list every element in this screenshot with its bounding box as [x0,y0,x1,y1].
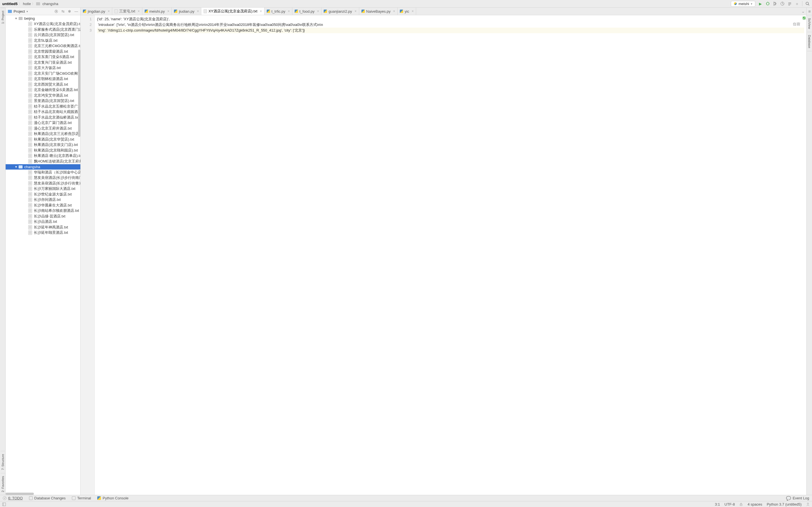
close-icon[interactable]: × [167,9,169,13]
python-interpreter[interactable]: Python 3.7 (untitled5) [767,502,802,506]
editor-tab[interactable]: 三里屯.txt× [112,8,142,15]
attach-icon[interactable] [788,1,792,6]
tree-file[interactable]: 秋果酒店·瞻云(北京西单店).txt [6,153,80,159]
tree-file[interactable]: 长沙品酒店.txt [6,219,80,225]
tree-file[interactable]: 北京朝林松源酒店.txt [6,76,80,82]
editor-tab[interactable]: NaiveBayes.py× [359,8,398,15]
tree-file[interactable]: 桔子水晶北京酒仙桥酒店.txt [6,115,80,120]
tree-folder-changsha[interactable]: ▼changsha [6,164,80,170]
tree-file[interactable]: 北京鸿安艾华酒店.txt [6,93,80,98]
caret-position[interactable]: 3:1 [715,502,720,506]
tree-file[interactable]: 长沙世纪金源大饭店.txt [6,191,80,197]
editor-tab[interactable]: t_trfic.py× [264,8,292,15]
close-icon[interactable]: × [288,9,290,13]
tree-file[interactable]: 北京东直门亚朵S酒店.txt [6,54,80,60]
sciview-tool-button[interactable]: SciView [807,15,812,32]
tree-folder-beijing[interactable]: ▼beijing [6,16,80,21]
favorites-tool-button[interactable]: 2: Favorites [1,473,5,495]
chevron-down-icon[interactable]: ▾ [27,10,28,13]
close-icon[interactable]: × [138,9,140,13]
debug-icon[interactable] [765,1,770,6]
tree-file[interactable]: 长沙延年神禹酒店.txt [6,224,80,230]
project-tool-button[interactable]: 1: Project [1,8,5,26]
breadcrumb-root[interactable]: untitled5 [2,2,17,6]
tree-file[interactable]: 乐家服务式酒店(北京西直门店).txt [6,27,80,33]
close-icon[interactable]: × [393,9,395,13]
tree-file[interactable]: 长沙万家丽国际大酒店.txt [6,186,80,192]
tree-file[interactable]: 秋果酒店(北京三元桥燕莎店).txt [6,131,80,137]
tree-file[interactable]: 慧友美宿酒店(长沙步行街南门口地铁站店).txt [6,175,80,181]
grid-icon[interactable]: ⊞ [808,10,811,13]
terminal-tool-button[interactable]: Terminal [72,496,91,500]
tree-file[interactable]: 云川酒店(北京国贸店).txt [6,33,80,38]
gear-icon[interactable]: ✻ [68,9,71,13]
tree-file[interactable]: 长沙亦间酒店.txt [6,197,80,203]
editor-tab[interactable]: XY酒店公寓(北京金茂府店).txt× [201,8,264,15]
editor-tab[interactable]: jiudian.py× [172,8,201,15]
tree-file[interactable]: 桔子水晶北京南站大观园酒店.txt [6,109,80,115]
tree-file[interactable]: 北京复兴门亚朵酒店.txt [6,60,80,65]
editor[interactable]: 123 {'id': 25, 'name': 'XY酒店公寓(北京金茂府店)',… [81,15,806,495]
tree-file[interactable]: 北京金融街亚朵S吴酒店.txt [6,87,80,93]
tree-file[interactable]: 慧友美宿酒店(长沙步行街黄兴广场店).txt [6,180,80,186]
close-icon[interactable]: × [108,9,110,13]
horizontal-scrollbar-thumb[interactable] [6,493,34,495]
event-log-tool-button[interactable]: 💬 Event Log [786,496,809,501]
run-coverage-icon[interactable] [773,1,777,6]
tree-file[interactable]: 桔子水晶北京五棵松京荟广场酒店.txt [6,104,80,109]
tree-file[interactable]: 长沙品缦·芸酒店.txt [6,214,80,219]
collapse-icon[interactable]: ⇆ [61,9,64,13]
profile-icon[interactable] [780,1,784,6]
python-console-tool-button[interactable]: Python Console [97,496,129,500]
db-changes-tool-button[interactable]: Database Changes [29,496,66,500]
locate-icon[interactable]: ⦿ [54,9,58,13]
tree-file[interactable]: 长沙南站希尔顿欢朋酒店.txt [6,208,80,214]
inspection-indicator-icon[interactable] [802,16,806,20]
tree-file[interactable]: 秋果酒店(北京颐和园店).txt [6,148,80,153]
project-tree[interactable]: ▼beijingXY酒店公寓(北京金茂府店).txt乐家服务式酒店(北京西直门店… [6,15,80,495]
run-icon[interactable]: ▶ [758,1,763,6]
tree-file[interactable]: 北京三元桥CitiGO欢阁酒店.txt [6,43,80,49]
hector-icon[interactable] [806,503,810,506]
tree-file[interactable]: 秋果酒店(北京崇文门店).txt [6,142,80,148]
editor-tab[interactable]: t_food.py× [292,8,322,15]
indent-settings[interactable]: 4 spaces [748,502,762,506]
tree-file[interactable]: 北京世园璞燊酒店.txt [6,49,80,54]
tool-windows-icon[interactable] [2,503,6,506]
tabs-overflow[interactable]: ⌄ [800,8,806,15]
tree-file[interactable]: 漫心北京王府井酒店.txt [6,126,80,131]
tree-file[interactable]: 长沙延年颐景酒店.txt [6,230,80,236]
tree-file[interactable]: 华瑞和酒店（长沙国金中心店）.txt [6,170,80,175]
tree-file[interactable]: 北京天安门广场CitiGO欢阁酒店.txt [6,71,80,76]
tree-file[interactable]: 景里酒店(北京国贸店).txt [6,98,80,104]
editor-tab[interactable]: guanjianzi2.py× [321,8,359,15]
tree-file[interactable]: XY酒店公寓(北京金茂府店).txt [6,21,80,27]
todo-tool-button[interactable]: ✓ 6: TODO [3,496,23,500]
breadcrumb-item[interactable]: hotle [23,2,31,6]
editor-tab[interactable]: meishi.py× [142,8,172,15]
close-icon[interactable]: × [317,9,319,13]
tree-file[interactable]: 秋果酒店(北京华贸店).txt [6,136,80,142]
tree-file[interactable]: 北京大方饭店.txt [6,65,80,71]
run-configuration-select[interactable]: meishi ▾ [731,1,755,7]
scrollbar-thumb[interactable] [78,50,80,137]
code-area[interactable]: {'id': 25, 'name': 'XY酒店公寓(北京金茂府店)', 'in… [95,15,806,495]
file-encoding[interactable]: UTF-8 [725,502,735,506]
database-tool-button[interactable]: Database [807,32,812,51]
editor-tab[interactable]: jingdian.py× [81,8,112,15]
hide-icon[interactable]: — [74,9,78,13]
tree-file[interactable]: 长沙华晨豪生大酒店.txt [6,203,80,208]
structure-tool-button[interactable]: 7: Structure [1,451,5,473]
search-icon[interactable] [805,1,810,6]
tree-file[interactable]: 漫心北京广渠门酒店.txt [6,120,80,126]
tree-file[interactable]: 北京5L饭店.txt [6,38,80,43]
close-icon[interactable]: × [355,9,357,13]
editor-tab[interactable]: yic× [398,8,416,15]
lock-icon[interactable] [739,503,743,506]
close-icon[interactable]: × [412,9,414,13]
close-icon[interactable]: × [197,9,199,13]
close-icon[interactable]: × [260,9,262,13]
breadcrumb-item[interactable]: changsha [42,2,58,6]
tree-file[interactable]: 飘HOME连锁酒店(北京王府井步行街店).txt [6,159,80,164]
tree-file[interactable]: 北京西国贸大酒店.txt [6,82,80,87]
